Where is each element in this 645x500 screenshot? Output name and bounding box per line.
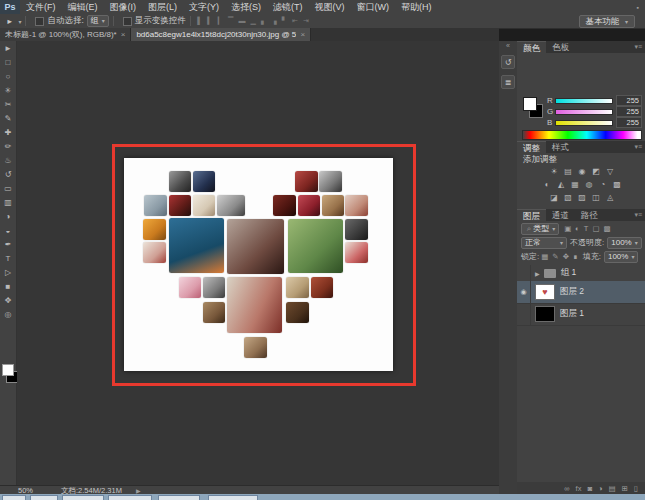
layers-footer-icon[interactable]: ∞ (561, 484, 572, 493)
taskbar-window-thumbnail[interactable] (62, 495, 104, 500)
menu-item[interactable]: 选择(S) (225, 0, 267, 14)
visibility-eye-icon[interactable] (517, 265, 531, 281)
layer-row[interactable]: 图层 1 (517, 303, 645, 326)
tab-channels[interactable]: 通道 (546, 209, 575, 221)
eyedropper-tool[interactable]: ✎ (0, 111, 16, 125)
pen-tool[interactable]: ✒ (0, 237, 16, 251)
align-icon[interactable]: ▬ (236, 17, 248, 25)
zoom-tool[interactable]: ◎ (0, 307, 16, 321)
app-controls-icon[interactable]: ▪ (637, 4, 639, 11)
adjustment-icon[interactable]: ◉ (575, 165, 589, 177)
channel-slider[interactable] (555, 98, 613, 104)
taskbar-window-thumbnail[interactable] (208, 495, 258, 500)
align-icon[interactable]: ⇥ (300, 17, 311, 25)
marquee-tool[interactable]: □ (0, 55, 16, 69)
panel-menu-icon[interactable]: ▾≡ (634, 41, 645, 53)
adjustment-icon[interactable]: ◫ (589, 191, 603, 203)
document-image[interactable] (124, 158, 393, 371)
expand-panels-icon[interactable]: « (499, 41, 517, 51)
tab-color[interactable]: 颜色 (517, 41, 546, 53)
visibility-eye-icon[interactable]: ◉ (517, 281, 531, 303)
taskbar-window-thumbnail[interactable] (2, 495, 26, 500)
layers-footer-icon[interactable]: ▯ (631, 484, 641, 493)
workspace-switcher-button[interactable]: 基本功能 ▾ (579, 15, 635, 28)
layers-footer-icon[interactable]: ▤ (605, 484, 618, 493)
group-expand-arrow-icon[interactable]: ▶ (535, 270, 540, 277)
menu-item[interactable]: 编辑(E) (62, 0, 104, 14)
document-tab[interactable]: bd6a5c8egw1e4lx15t8dcj20t30njn30.jpg @ 5… (131, 28, 311, 41)
taskbar-window-thumbnail[interactable] (30, 495, 58, 500)
align-icon[interactable]: ▌ (195, 17, 205, 25)
clone-stamp-tool[interactable]: ♨ (0, 153, 16, 167)
align-icon[interactable]: ▘ (279, 17, 289, 25)
align-icon[interactable]: ▍ (205, 17, 215, 25)
adjustment-icon[interactable]: ◬ (603, 191, 617, 203)
auto-select-checkbox[interactable] (35, 17, 44, 26)
align-icon[interactable]: ⇤ (290, 17, 301, 25)
layer-filter-type-icon[interactable]: ▢ (590, 224, 601, 233)
layer-filter-type-icon[interactable]: ▩ (602, 224, 613, 233)
tab-adjustments[interactable]: 调整 (517, 141, 546, 153)
adjustment-icon[interactable]: ◪ (547, 191, 561, 203)
adjustment-icon[interactable]: ▧ (561, 191, 575, 203)
channel-value-field[interactable]: 255 (616, 106, 642, 117)
color-spectrum-ramp[interactable] (522, 130, 642, 140)
crop-tool[interactable]: ✂ (0, 97, 16, 111)
lock-icon[interactable]: ✎ (550, 252, 560, 261)
layer-thumbnail[interactable]: ♥ (535, 284, 555, 300)
layer-name[interactable]: 图层 2 (560, 286, 584, 298)
layer-filter-type-icon[interactable]: ▣ (562, 224, 573, 233)
layer-row[interactable]: ◉ ♥ 图层 2 (517, 281, 645, 304)
adjustment-icon[interactable]: ◐ (540, 178, 554, 190)
taskbar-window-thumbnail[interactable] (108, 495, 152, 500)
blend-mode-dropdown[interactable]: 正常 ▾ (521, 237, 567, 249)
menu-item[interactable]: 滤镜(T) (267, 0, 309, 14)
quick-selection-tool[interactable]: ✳ (0, 83, 16, 97)
tab-swatches[interactable]: 色板 (546, 41, 575, 53)
visibility-eye-icon[interactable] (517, 303, 531, 325)
menu-item[interactable]: 图层(L) (142, 0, 183, 14)
layer-row[interactable]: ▶ 组 1 (517, 265, 645, 282)
fill-dropdown[interactable]: 100% ▾ (604, 251, 638, 263)
channel-value-field[interactable]: 255 (616, 95, 642, 106)
align-icon[interactable]: ▗ (269, 17, 279, 25)
hand-tool[interactable]: ✥ (0, 293, 16, 307)
healing-brush-tool[interactable]: ✚ (0, 125, 16, 139)
menu-item[interactable]: 帮助(H) (395, 0, 438, 14)
layers-footer-icon[interactable]: fx (573, 484, 585, 493)
properties-panel-icon[interactable]: ≣ (501, 75, 515, 89)
document-tab[interactable]: 未标题-1 @ 100%(双), RGB/8)* × (0, 28, 131, 41)
show-transform-checkbox[interactable] (123, 17, 132, 26)
tab-layers[interactable]: 图层 (517, 209, 546, 221)
lock-icon[interactable]: ▦ (539, 252, 550, 261)
panel-menu-icon[interactable]: ▾≡ (634, 141, 645, 153)
align-icon[interactable]: ▁ (248, 17, 258, 25)
adjustment-icon[interactable]: ▤ (561, 165, 575, 177)
type-tool[interactable]: T (0, 251, 16, 265)
foreground-color-swatch[interactable] (2, 364, 14, 376)
adjustment-icon[interactable]: ◍ (582, 178, 596, 190)
blur-tool[interactable]: ◑ (0, 209, 16, 223)
layers-footer-icon[interactable]: ◙ (584, 484, 595, 493)
tab-styles[interactable]: 样式 (546, 141, 575, 153)
align-icon[interactable]: ▖ (258, 17, 268, 25)
history-brush-tool[interactable]: ↺ (0, 167, 16, 181)
brush-tool[interactable]: ✏ (0, 139, 16, 153)
tool-preset-caret[interactable]: ▾ (18, 18, 21, 25)
layers-footer-icon[interactable]: ⊞ (619, 484, 631, 493)
adjustment-icon[interactable]: ▨ (575, 191, 589, 203)
adjustment-icon[interactable]: ◔ (596, 178, 610, 190)
color-swatches[interactable] (1, 363, 16, 385)
taskbar-window-thumbnail[interactable] (158, 495, 200, 500)
adjustment-icon[interactable]: ☀ (547, 165, 561, 177)
align-icon[interactable]: ▔ (226, 17, 236, 25)
menu-item[interactable]: 文字(Y) (183, 0, 225, 14)
close-tab-icon[interactable]: × (300, 30, 305, 39)
history-panel-icon[interactable]: ↺ (501, 55, 515, 69)
opacity-dropdown[interactable]: 100% ▾ (607, 237, 641, 249)
channel-value-field[interactable]: 255 (616, 117, 642, 128)
menu-item[interactable]: 窗口(W) (351, 0, 396, 14)
menu-item[interactable]: 文件(F) (20, 0, 62, 14)
eraser-tool[interactable]: ▭ (0, 181, 16, 195)
adjustment-icon[interactable]: ▽ (603, 165, 617, 177)
